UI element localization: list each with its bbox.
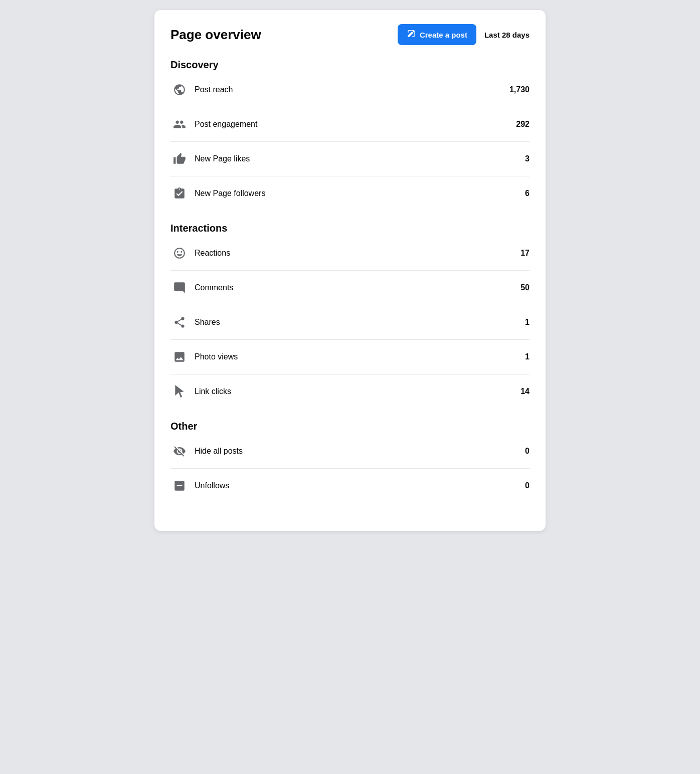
page-title: Page overview bbox=[170, 27, 261, 43]
cursor-icon bbox=[170, 382, 189, 401]
metric-row-shares[interactable]: Shares1 bbox=[170, 305, 530, 340]
hide-icon bbox=[170, 442, 189, 460]
metric-label-post-reach: Post reach bbox=[195, 85, 509, 94]
date-range-label: Last 28 days bbox=[484, 31, 530, 39]
metric-row-unfollows[interactable]: Unfollows0 bbox=[170, 469, 530, 503]
metric-value-shares: 1 bbox=[525, 318, 530, 327]
metric-label-comments: Comments bbox=[195, 283, 520, 292]
metric-row-comments[interactable]: Comments50 bbox=[170, 271, 530, 305]
metric-label-hide-all-posts: Hide all posts bbox=[195, 447, 525, 456]
section-title-interactions: Interactions bbox=[170, 223, 530, 234]
metric-value-post-engagement: 292 bbox=[516, 120, 530, 129]
metric-row-new-page-likes[interactable]: New Page likes3 bbox=[170, 142, 530, 176]
metric-label-new-page-likes: New Page likes bbox=[195, 154, 525, 163]
page-overview-card: Page overview Create a post Last 28 days… bbox=[154, 10, 546, 531]
unfollowbox-icon bbox=[170, 477, 189, 495]
sections-container: Discovery Post reach1,730 Post engagemen… bbox=[170, 59, 530, 503]
metric-value-link-clicks: 14 bbox=[520, 387, 530, 396]
section-title-other: Other bbox=[170, 421, 530, 432]
metric-row-reactions[interactable]: Reactions17 bbox=[170, 236, 530, 271]
section-discovery: Discovery Post reach1,730 Post engagemen… bbox=[170, 59, 530, 211]
metric-row-link-clicks[interactable]: Link clicks14 bbox=[170, 374, 530, 409]
create-post-icon bbox=[407, 29, 416, 40]
metric-value-new-page-likes: 3 bbox=[525, 154, 530, 163]
clipboard-icon bbox=[170, 184, 189, 203]
metric-label-photo-views: Photo views bbox=[195, 352, 525, 361]
create-post-label: Create a post bbox=[420, 31, 467, 39]
metric-value-photo-views: 1 bbox=[525, 352, 530, 361]
metric-row-new-page-followers[interactable]: New Page followers6 bbox=[170, 176, 530, 211]
section-title-discovery: Discovery bbox=[170, 59, 530, 71]
header-right: Create a post Last 28 days bbox=[398, 24, 530, 45]
metric-row-hide-all-posts[interactable]: Hide all posts0 bbox=[170, 434, 530, 469]
share-icon bbox=[170, 313, 189, 331]
metric-label-new-page-followers: New Page followers bbox=[195, 189, 525, 198]
metric-value-unfollows: 0 bbox=[525, 481, 530, 490]
metric-label-link-clicks: Link clicks bbox=[195, 387, 520, 396]
metric-row-post-reach[interactable]: Post reach1,730 bbox=[170, 73, 530, 107]
metric-value-hide-all-posts: 0 bbox=[525, 447, 530, 456]
metric-value-comments: 50 bbox=[520, 283, 530, 292]
metric-row-photo-views[interactable]: Photo views1 bbox=[170, 340, 530, 374]
people-icon bbox=[170, 115, 189, 133]
metric-row-post-engagement[interactable]: Post engagement292 bbox=[170, 107, 530, 142]
photo-icon bbox=[170, 348, 189, 366]
metric-label-shares: Shares bbox=[195, 318, 525, 327]
emoji-icon bbox=[170, 244, 189, 262]
metric-value-reactions: 17 bbox=[520, 249, 530, 258]
metric-label-unfollows: Unfollows bbox=[195, 481, 525, 490]
section-other: Other Hide all posts0 Unfollows0 bbox=[170, 421, 530, 503]
section-interactions: Interactions Reactions17 Comments50 Shar… bbox=[170, 223, 530, 409]
metric-label-post-engagement: Post engagement bbox=[195, 120, 516, 129]
header: Page overview Create a post Last 28 days bbox=[170, 24, 530, 45]
metric-value-post-reach: 1,730 bbox=[509, 85, 530, 94]
metric-label-reactions: Reactions bbox=[195, 249, 520, 258]
comment-icon bbox=[170, 279, 189, 297]
create-post-button[interactable]: Create a post bbox=[398, 24, 476, 45]
globe-icon bbox=[170, 81, 189, 99]
thumbup-icon bbox=[170, 150, 189, 168]
metric-value-new-page-followers: 6 bbox=[525, 189, 530, 198]
